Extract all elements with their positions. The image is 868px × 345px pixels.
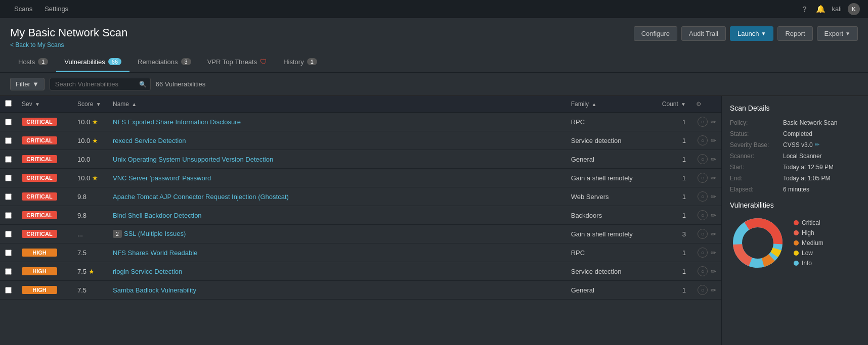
- star-icon: ★: [92, 137, 98, 144]
- col-header-sev[interactable]: Sev ▼: [17, 96, 72, 113]
- status-icon[interactable]: ○: [698, 135, 708, 145]
- col-header-checkbox[interactable]: [0, 96, 17, 113]
- tab-hosts[interactable]: Hosts 1: [10, 53, 56, 72]
- sev-badge: CRITICAL: [22, 211, 57, 219]
- family-cell: General: [566, 150, 657, 169]
- score-cell: 9.8: [72, 206, 108, 225]
- sev-badge: CRITICAL: [22, 136, 57, 144]
- vuln-table-body: CRITICAL 10.0 ★ NFS Exported Share Infor…: [0, 113, 721, 300]
- detail-row: Status: Completed: [730, 130, 860, 137]
- vuln-name-link[interactable]: rlogin Service Detection: [113, 268, 182, 275]
- search-input[interactable]: [50, 78, 151, 90]
- detail-value: Basic Network Scan: [783, 119, 837, 126]
- edit-icon[interactable]: ✏: [711, 193, 716, 201]
- tab-vpr[interactable]: VPR Top Threats 🛡: [199, 53, 276, 72]
- row-checkbox[interactable]: [5, 287, 12, 293]
- edit-severity-link[interactable]: ✏: [815, 141, 819, 149]
- row-checkbox[interactable]: [5, 268, 12, 275]
- row-checkbox-cell: [0, 281, 17, 300]
- status-icon[interactable]: ○: [698, 210, 708, 220]
- export-button[interactable]: Export: [817, 26, 858, 41]
- nav-scans[interactable]: Scans: [8, 0, 38, 18]
- table-row: HIGH 7.5 NFS Shares World Readable RPC 1…: [0, 243, 721, 262]
- row-checkbox[interactable]: [5, 119, 12, 125]
- back-link[interactable]: Back to My Scans: [10, 41, 127, 48]
- filter-button[interactable]: Filter ▼: [10, 78, 45, 90]
- table-settings-icon[interactable]: ⚙: [696, 101, 702, 108]
- vuln-name-link[interactable]: Apache Tomcat AJP Connector Request Inje…: [113, 193, 289, 201]
- search-wrapper: 🔍: [50, 78, 151, 90]
- table-row: CRITICAL 10.0 ★ VNC Server 'password' Pa…: [0, 169, 721, 187]
- notifications-icon[interactable]: 🔔: [815, 4, 826, 14]
- report-button[interactable]: Report: [777, 26, 812, 41]
- score-value: 7.5: [77, 249, 86, 257]
- edit-icon[interactable]: ✏: [711, 212, 716, 219]
- vuln-name-link[interactable]: Bind Shell Backdoor Detection: [113, 212, 202, 219]
- tab-vulnerabilities-badge: 66: [108, 58, 121, 65]
- row-checkbox[interactable]: [5, 137, 12, 144]
- launch-button[interactable]: Launch: [730, 26, 774, 41]
- vuln-name-link[interactable]: NFS Exported Share Information Disclosur…: [113, 118, 241, 126]
- vuln-name-link[interactable]: NFS Shares World Readable: [113, 249, 197, 257]
- sev-badge: HIGH: [22, 249, 57, 257]
- edit-icon[interactable]: ✏: [711, 286, 716, 294]
- edit-icon[interactable]: ✏: [711, 230, 716, 238]
- row-checkbox[interactable]: [5, 156, 12, 163]
- sev-badge: HIGH: [22, 286, 57, 294]
- col-header-score[interactable]: Score ▼: [72, 96, 108, 113]
- status-icon[interactable]: ○: [698, 229, 708, 239]
- vuln-name-link[interactable]: SSL (Multiple Issues): [124, 230, 186, 237]
- main-layout: Sev ▼ Score ▼ Name ▲ Family ▲: [0, 96, 868, 345]
- configure-button[interactable]: Configure: [634, 26, 677, 41]
- help-icon[interactable]: ?: [799, 4, 809, 14]
- vuln-name-link[interactable]: VNC Server 'password' Password: [113, 174, 211, 182]
- vuln-name-link[interactable]: rexecd Service Detection: [113, 137, 186, 144]
- detail-label: Start:: [730, 164, 783, 171]
- vuln-name-link[interactable]: Unix Operating System Unsupported Versio…: [113, 156, 273, 163]
- col-header-name[interactable]: Name ▲: [108, 96, 566, 113]
- edit-icon[interactable]: ✏: [711, 156, 716, 163]
- vuln-name-link[interactable]: Samba Badlock Vulnerability: [113, 286, 196, 294]
- edit-icon[interactable]: ✏: [711, 249, 716, 257]
- status-icon[interactable]: ○: [698, 285, 708, 295]
- edit-icon[interactable]: ✏: [711, 137, 716, 144]
- avatar[interactable]: K: [848, 3, 860, 15]
- select-all-checkbox[interactable]: [5, 100, 12, 107]
- name-cell: NFS Exported Share Information Disclosur…: [108, 113, 566, 131]
- row-checkbox[interactable]: [5, 231, 12, 237]
- tab-history[interactable]: History 1: [275, 53, 325, 72]
- status-icon[interactable]: ○: [698, 191, 708, 202]
- row-checkbox[interactable]: [5, 193, 12, 200]
- tab-vulnerabilities[interactable]: Vulnerabilities 66: [56, 53, 129, 72]
- legend-dot: [794, 251, 799, 256]
- status-icon[interactable]: ○: [698, 248, 708, 258]
- audit-trail-button[interactable]: Audit Trail: [681, 26, 726, 41]
- row-checkbox[interactable]: [5, 250, 12, 256]
- edit-icon[interactable]: ✏: [711, 268, 716, 275]
- edit-icon[interactable]: ✏: [711, 174, 716, 182]
- row-checkbox[interactable]: [5, 175, 12, 181]
- col-header-family[interactable]: Family ▲: [566, 96, 657, 113]
- star-icon: ★: [92, 174, 98, 182]
- row-checkbox-cell: [0, 169, 17, 187]
- filter-caret-icon: ▼: [32, 80, 39, 88]
- nav-settings[interactable]: Settings: [38, 0, 74, 18]
- edit-icon[interactable]: ✏: [711, 118, 716, 126]
- status-icon[interactable]: ○: [698, 154, 708, 164]
- status-icon[interactable]: ○: [698, 173, 708, 183]
- tab-remediations[interactable]: Remediations 3: [129, 53, 199, 72]
- detail-value: CVSS v3.0: [783, 141, 813, 149]
- detail-rows: Policy: Basic Network Scan Status: Compl…: [730, 119, 860, 193]
- family-cell: Gain a shell remotely: [566, 225, 657, 243]
- star-icon: ★: [92, 118, 98, 126]
- legend-label: Medium: [802, 239, 823, 247]
- row-checkbox[interactable]: [5, 212, 12, 219]
- status-icon[interactable]: ○: [698, 117, 708, 127]
- score-cell: 7.5: [72, 243, 108, 262]
- sev-cell: CRITICAL: [17, 187, 72, 206]
- detail-row: Start: Today at 12:59 PM: [730, 164, 860, 171]
- actions-cell: ○ ✏: [691, 225, 721, 243]
- count-cell: 1: [657, 150, 691, 169]
- col-header-count[interactable]: Count ▼: [657, 96, 691, 113]
- status-icon[interactable]: ○: [698, 266, 708, 276]
